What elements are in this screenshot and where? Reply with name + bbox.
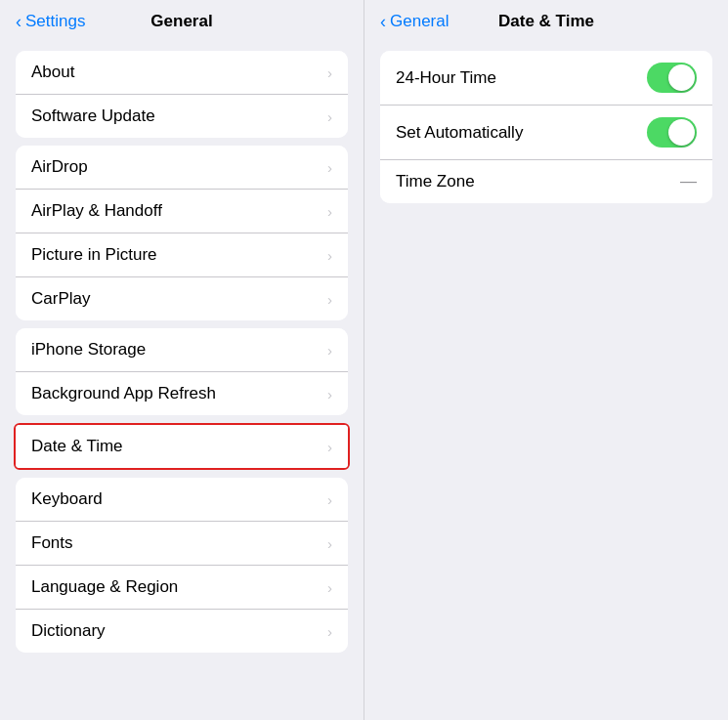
24-hour-time-toggle[interactable]	[647, 63, 697, 93]
pip-chevron-icon: ›	[327, 247, 332, 264]
airplay-label: AirPlay & Handoff	[31, 201, 162, 221]
pip-label: Picture in Picture	[31, 245, 157, 265]
settings-row-airplay[interactable]: AirPlay & Handoff ›	[16, 190, 348, 233]
settings-row-time-zone[interactable]: Time Zone —	[380, 160, 712, 203]
iphone-storage-label: iPhone Storage	[31, 340, 146, 360]
left-nav-title: General	[150, 12, 212, 31]
settings-row-pip[interactable]: Picture in Picture ›	[16, 233, 348, 277]
settings-row-background-app-refresh[interactable]: Background App Refresh ›	[16, 372, 348, 415]
left-back-label[interactable]: Settings	[25, 12, 85, 31]
language-region-label: Language & Region	[31, 577, 178, 597]
left-nav-header: ‹ Settings General	[0, 0, 364, 43]
right-nav-title: Date & Time	[498, 12, 594, 31]
settings-row-24-hour-time[interactable]: 24-Hour Time	[380, 51, 712, 106]
software-update-chevron-icon: ›	[327, 108, 332, 125]
right-back-chevron-icon: ‹	[380, 12, 386, 32]
right-back-button[interactable]: ‹ General	[380, 12, 449, 32]
set-automatically-toggle[interactable]	[647, 117, 697, 148]
settings-row-language-region[interactable]: Language & Region ›	[16, 566, 348, 610]
about-chevron-icon: ›	[327, 64, 332, 81]
settings-group-1: About › Software Update ›	[16, 51, 348, 138]
left-panel: ‹ Settings General About › Software Upda…	[0, 0, 364, 720]
software-update-label: Software Update	[31, 106, 155, 126]
fonts-chevron-icon: ›	[327, 535, 332, 552]
fonts-label: Fonts	[31, 533, 73, 553]
time-zone-value: —	[680, 172, 697, 191]
background-app-refresh-label: Background App Refresh	[31, 384, 216, 403]
settings-group-2: AirDrop › AirPlay & Handoff › Picture in…	[16, 146, 348, 320]
right-panel: ‹ General Date & Time 24-Hour Time Set A…	[364, 0, 728, 720]
carplay-chevron-icon: ›	[327, 291, 332, 308]
settings-row-carplay[interactable]: CarPlay ›	[16, 277, 348, 320]
settings-row-dictionary[interactable]: Dictionary ›	[16, 610, 348, 653]
24-hour-time-label: 24-Hour Time	[396, 68, 496, 88]
set-automatically-label: Set Automatically	[396, 123, 523, 143]
settings-row-date-time[interactable]: Date & Time ›	[16, 425, 348, 468]
iphone-storage-chevron-icon: ›	[327, 342, 332, 359]
about-label: About	[31, 63, 74, 82]
settings-row-software-update[interactable]: Software Update ›	[16, 95, 348, 138]
dictionary-chevron-icon: ›	[327, 623, 332, 640]
dictionary-label: Dictionary	[31, 621, 106, 641]
left-back-button[interactable]: ‹ Settings	[16, 12, 85, 32]
time-zone-label: Time Zone	[396, 172, 475, 191]
date-time-label: Date & Time	[31, 437, 123, 456]
background-app-refresh-chevron-icon: ›	[327, 386, 332, 402]
keyboard-label: Keyboard	[31, 489, 103, 509]
settings-row-set-automatically[interactable]: Set Automatically	[380, 106, 712, 160]
carplay-label: CarPlay	[31, 289, 90, 309]
airdrop-label: AirDrop	[31, 157, 88, 177]
right-back-label[interactable]: General	[390, 12, 449, 31]
airdrop-chevron-icon: ›	[327, 159, 332, 176]
keyboard-chevron-icon: ›	[327, 491, 332, 508]
left-back-chevron-icon: ‹	[16, 12, 21, 32]
settings-row-fonts[interactable]: Fonts ›	[16, 522, 348, 566]
date-time-chevron-icon: ›	[327, 439, 332, 455]
settings-row-airdrop[interactable]: AirDrop ›	[16, 146, 348, 190]
language-region-chevron-icon: ›	[327, 579, 332, 596]
right-nav-header: ‹ General Date & Time	[364, 0, 728, 43]
settings-row-about[interactable]: About ›	[16, 51, 348, 95]
right-settings-group: 24-Hour Time Set Automatically Time Zone…	[380, 51, 712, 203]
settings-group-3: iPhone Storage › Background App Refresh …	[16, 328, 348, 415]
airplay-chevron-icon: ›	[327, 203, 332, 220]
settings-row-keyboard[interactable]: Keyboard ›	[16, 478, 348, 522]
date-time-highlight-wrapper: Date & Time ›	[14, 423, 350, 470]
settings-group-bottom: Keyboard › Fonts › Language & Region › D…	[16, 478, 348, 653]
settings-row-iphone-storage[interactable]: iPhone Storage ›	[16, 328, 348, 372]
